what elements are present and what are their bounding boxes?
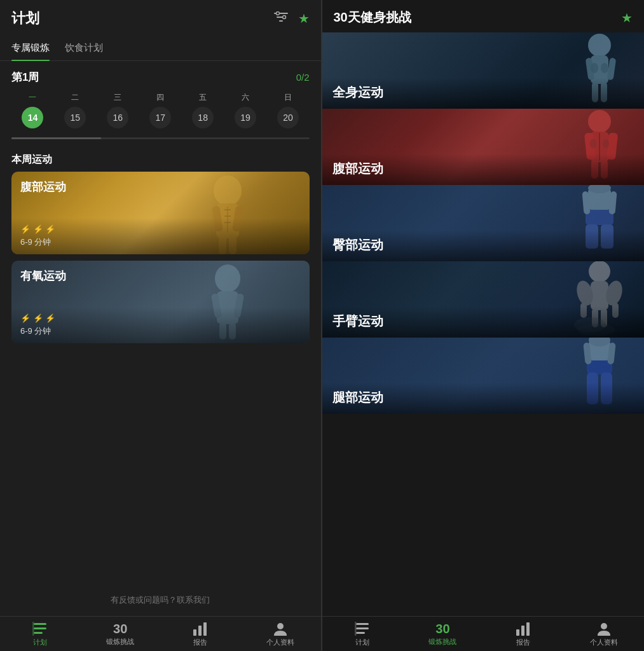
day-num-mon[interactable]: 14 bbox=[22, 107, 43, 128]
right-star-button[interactable]: ★ bbox=[621, 10, 633, 25]
day-num-sat[interactable]: 19 bbox=[235, 107, 256, 128]
day-fri[interactable]: 五 18 bbox=[182, 92, 224, 128]
challenge-legs-label: 腿部运动 bbox=[322, 383, 645, 414]
svg-point-36 bbox=[601, 63, 608, 73]
left-tabs: 专属锻炼 饮食计划 bbox=[0, 37, 321, 61]
svg-point-15 bbox=[215, 264, 240, 292]
day-name-fri: 五 bbox=[199, 92, 207, 103]
left-nav-profile[interactable]: 个人资料 bbox=[240, 617, 320, 651]
card-ab-duration: 6-9 分钟 bbox=[20, 236, 301, 248]
right-nav-report[interactable]: 报告 bbox=[483, 617, 564, 651]
svg-rect-73 bbox=[355, 622, 357, 636]
week-progress-bar bbox=[11, 137, 310, 139]
left-panel: 计划 ★ 专属锻炼 饮食计划 第1周 0/2 一 bbox=[0, 0, 322, 651]
week-title: 第1周 bbox=[11, 70, 39, 85]
challenge-legs[interactable]: 腿部运动 bbox=[322, 338, 645, 414]
workout-card-ab[interactable]: 腹部运动 ⚡ ⚡ ⚡ 6-9 分钟 bbox=[11, 172, 310, 254]
challenge-arms-title: 手臂运动 bbox=[332, 314, 383, 328]
right-nav-profile-label: 个人资料 bbox=[590, 638, 618, 647]
svg-rect-75 bbox=[521, 626, 524, 636]
challenge-arms[interactable]: 手臂运动 bbox=[322, 261, 645, 338]
right-nav-profile[interactable]: 个人资料 bbox=[563, 617, 644, 651]
svg-rect-71 bbox=[356, 627, 369, 629]
svg-rect-72 bbox=[356, 632, 365, 634]
card-cardio-duration: 6-9 分钟 bbox=[20, 326, 301, 337]
challenge-fullbody-label: 全身运动 bbox=[322, 78, 645, 109]
tab-exclusive-workout[interactable]: 专属锻炼 bbox=[11, 37, 50, 60]
feedback-text: 有反馈或问题吗？联系我们 bbox=[0, 584, 321, 616]
svg-rect-2 bbox=[279, 20, 283, 22]
day-tue[interactable]: 二 15 bbox=[54, 92, 97, 128]
card-ab-content: ⚡ ⚡ ⚡ 6-9 分钟 bbox=[11, 218, 310, 254]
right-nav-report-label: 报告 bbox=[516, 638, 530, 647]
day-name-sat: 六 bbox=[242, 92, 249, 103]
day-name-thu: 四 bbox=[156, 92, 164, 103]
right-title: 30天健身挑战 bbox=[334, 9, 411, 26]
svg-rect-70 bbox=[356, 623, 369, 625]
day-num-sun[interactable]: 20 bbox=[277, 107, 299, 128]
svg-rect-27 bbox=[203, 622, 207, 636]
svg-point-53 bbox=[589, 261, 610, 282]
day-num-wed[interactable]: 16 bbox=[107, 107, 128, 128]
svg-point-28 bbox=[277, 623, 284, 629]
svg-point-4 bbox=[282, 15, 285, 18]
right-nav-challenge[interactable]: 30 锻炼挑战 bbox=[402, 617, 483, 651]
card-cardio-title: 有氧运动 bbox=[20, 268, 66, 284]
challenge-arms-label: 手臂运动 bbox=[322, 306, 645, 338]
section-this-week: 本周运动 bbox=[0, 144, 321, 172]
svg-rect-26 bbox=[198, 626, 202, 636]
svg-point-45 bbox=[603, 139, 609, 148]
left-nav-plan[interactable]: 计划 bbox=[0, 617, 80, 651]
right-nav-plan-label: 计划 bbox=[355, 638, 369, 647]
day-mon[interactable]: 一 14 bbox=[11, 92, 54, 128]
day-num-fri[interactable]: 18 bbox=[192, 107, 214, 128]
card-cardio-intensity: ⚡ ⚡ ⚡ bbox=[20, 313, 301, 323]
left-star-button[interactable]: ★ bbox=[298, 11, 310, 26]
day-sat[interactable]: 六 19 bbox=[224, 92, 267, 128]
svg-rect-23 bbox=[34, 632, 43, 634]
svg-point-35 bbox=[591, 63, 598, 73]
challenge-glutes[interactable]: 臀部运动 bbox=[322, 185, 645, 261]
workout-card-cardio[interactable]: 有氧运动 ⚡ ⚡ ⚡ 6-9 分钟 bbox=[11, 261, 310, 343]
challenge-abs[interactable]: 腹部运动 bbox=[322, 109, 645, 185]
day-thu[interactable]: 四 17 bbox=[139, 92, 182, 128]
svg-rect-21 bbox=[34, 623, 46, 625]
svg-point-29 bbox=[588, 34, 611, 57]
day-num-tue[interactable]: 15 bbox=[64, 107, 86, 128]
left-title: 计划 bbox=[11, 9, 39, 28]
challenge-fullbody[interactable]: 全身运动 bbox=[322, 32, 645, 109]
svg-rect-76 bbox=[526, 622, 530, 636]
left-nav-report[interactable]: 报告 bbox=[160, 617, 240, 651]
day-name-tue: 二 bbox=[71, 92, 79, 103]
left-nav-challenge[interactable]: 30 锻炼挑战 bbox=[80, 617, 160, 651]
day-name-sun: 日 bbox=[284, 92, 292, 103]
right-header: 30天健身挑战 ★ bbox=[322, 0, 645, 32]
challenge-abs-title: 腹部运动 bbox=[332, 161, 383, 175]
card-ab-title: 腹部运动 bbox=[20, 179, 66, 195]
svg-point-37 bbox=[588, 110, 611, 133]
day-name-mon: 一 bbox=[29, 92, 36, 103]
card-cardio-content: ⚡ ⚡ ⚡ 6-9 分钟 bbox=[11, 307, 310, 343]
left-nav-profile-label: 个人资料 bbox=[266, 638, 294, 647]
day-wed[interactable]: 三 16 bbox=[97, 92, 139, 128]
challenge-abs-label: 腹部运动 bbox=[322, 154, 645, 185]
day-name-wed: 三 bbox=[114, 92, 121, 103]
right-nav-plan[interactable]: 计划 bbox=[322, 617, 403, 651]
day-sun[interactable]: 日 20 bbox=[267, 92, 310, 128]
day-num-thu[interactable]: 17 bbox=[149, 107, 171, 128]
right-nav-challenge-label: 锻炼挑战 bbox=[428, 637, 456, 647]
week-section: 第1周 0/2 一 14 二 15 三 16 四 17 五 18 bbox=[0, 61, 321, 144]
week-progress: 0/2 bbox=[296, 72, 310, 83]
right-nav-challenge-num: 30 bbox=[435, 622, 449, 635]
tab-diet-plan[interactable]: 饮食计划 bbox=[65, 37, 103, 60]
challenge-glutes-label: 臀部运动 bbox=[322, 230, 645, 261]
right-bottom-nav: 计划 30 锻炼挑战 报告 个人资料 bbox=[322, 616, 645, 651]
svg-rect-22 bbox=[34, 627, 46, 629]
left-header: 计划 ★ bbox=[0, 0, 321, 34]
filter-icon[interactable] bbox=[274, 11, 288, 26]
left-nav-plan-label: 计划 bbox=[33, 638, 47, 647]
left-bottom-nav: 计划 30 锻炼挑战 报告 个人资料 bbox=[0, 616, 321, 651]
svg-point-3 bbox=[276, 11, 279, 15]
challenge-fullbody-title: 全身运动 bbox=[332, 85, 383, 99]
left-nav-challenge-label: 锻炼挑战 bbox=[106, 637, 134, 647]
